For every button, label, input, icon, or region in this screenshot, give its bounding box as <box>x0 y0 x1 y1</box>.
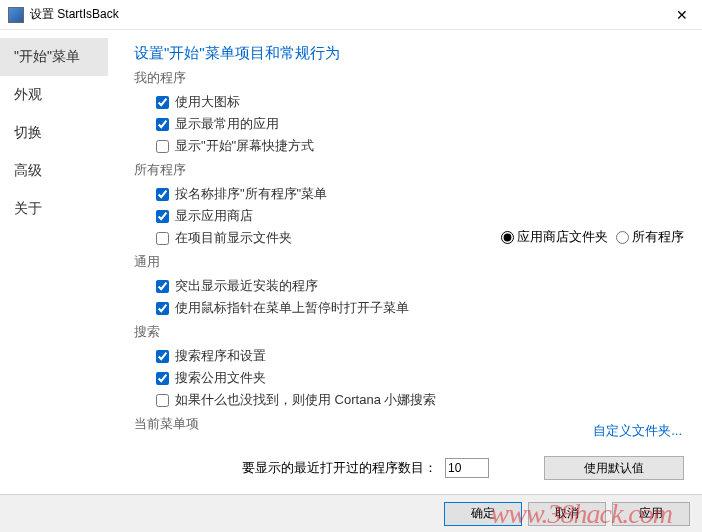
customize-folders-link[interactable]: 自定义文件夹... <box>593 422 682 440</box>
general-row-0: 突出显示最近安装的程序 <box>134 275 684 297</box>
content-pane: 设置"开始"菜单项目和常规行为 我的程序 使用大图标显示最常用的应用显示"开始"… <box>108 30 702 494</box>
search-checkbox-1[interactable] <box>156 372 169 385</box>
search-checkbox-2[interactable] <box>156 394 169 407</box>
app-icon <box>8 7 24 23</box>
search-label-0: 搜索程序和设置 <box>175 347 266 365</box>
section-my-programs: 我的程序 <box>134 69 684 87</box>
myprog-checkbox-0[interactable] <box>156 96 169 109</box>
allprog-row-0: 按名称排序"所有程序"菜单 <box>134 183 684 205</box>
sidebar-item-0[interactable]: "开始"菜单 <box>0 38 108 76</box>
allprog-label-2: 在项目前显示文件夹 <box>175 229 292 247</box>
search-label-1: 搜索公用文件夹 <box>175 369 266 387</box>
radio-all-programs[interactable]: 所有程序 <box>616 228 684 246</box>
app-store-radio-group: 应用商店文件夹 所有程序 <box>501 228 684 246</box>
allprog-checkbox-2[interactable] <box>156 232 169 245</box>
myprog-checkbox-2[interactable] <box>156 140 169 153</box>
myprog-checkbox-1[interactable] <box>156 118 169 131</box>
close-icon[interactable]: ✕ <box>670 7 694 23</box>
dialog-footer: 确定 取消 应用 <box>0 494 702 532</box>
general-checkbox-1[interactable] <box>156 302 169 315</box>
use-defaults-button[interactable]: 使用默认值 <box>544 456 684 480</box>
recent-count-input[interactable] <box>445 458 489 478</box>
ok-button[interactable]: 确定 <box>444 502 522 526</box>
apply-button[interactable]: 应用 <box>612 502 690 526</box>
section-search: 搜索 <box>134 323 684 341</box>
search-checkbox-0[interactable] <box>156 350 169 363</box>
search-row-0: 搜索程序和设置 <box>134 345 684 367</box>
allprog-checkbox-1[interactable] <box>156 210 169 223</box>
allprog-checkbox-0[interactable] <box>156 188 169 201</box>
page-title: 设置"开始"菜单项目和常规行为 <box>134 44 684 63</box>
general-checkbox-0[interactable] <box>156 280 169 293</box>
allprog-row-1: 显示应用商店 <box>134 205 684 227</box>
search-label-2: 如果什么也没找到，则使用 Cortana 小娜搜索 <box>175 391 436 409</box>
myprog-label-2: 显示"开始"屏幕快捷方式 <box>175 137 314 155</box>
myprog-label-1: 显示最常用的应用 <box>175 115 279 133</box>
sidebar-item-1[interactable]: 外观 <box>0 76 108 114</box>
search-row-1: 搜索公用文件夹 <box>134 367 684 389</box>
section-all-programs: 所有程序 <box>134 161 684 179</box>
section-general: 通用 <box>134 253 684 271</box>
recent-count-label: 要显示的最近打开过的程序数目： <box>242 459 437 477</box>
cancel-button[interactable]: 取消 <box>528 502 606 526</box>
sidebar-item-4[interactable]: 关于 <box>0 190 108 228</box>
myprog-row-1: 显示最常用的应用 <box>134 113 684 135</box>
radio-app-store-folder[interactable]: 应用商店文件夹 <box>501 228 608 246</box>
window-title: 设置 StartIsBack <box>30 6 670 23</box>
general-label-0: 突出显示最近安装的程序 <box>175 277 318 295</box>
search-row-2: 如果什么也没找到，则使用 Cortana 小娜搜索 <box>134 389 684 411</box>
allprog-label-1: 显示应用商店 <box>175 207 253 225</box>
myprog-label-0: 使用大图标 <box>175 93 240 111</box>
titlebar: 设置 StartIsBack ✕ <box>0 0 702 30</box>
general-label-1: 使用鼠标指针在菜单上暂停时打开子菜单 <box>175 299 409 317</box>
sidebar-item-3[interactable]: 高级 <box>0 152 108 190</box>
sidebar-item-2[interactable]: 切换 <box>0 114 108 152</box>
allprog-label-0: 按名称排序"所有程序"菜单 <box>175 185 327 203</box>
myprog-row-0: 使用大图标 <box>134 91 684 113</box>
general-row-1: 使用鼠标指针在菜单上暂停时打开子菜单 <box>134 297 684 319</box>
myprog-row-2: 显示"开始"屏幕快捷方式 <box>134 135 684 157</box>
sidebar: "开始"菜单外观切换高级关于 <box>0 30 108 494</box>
